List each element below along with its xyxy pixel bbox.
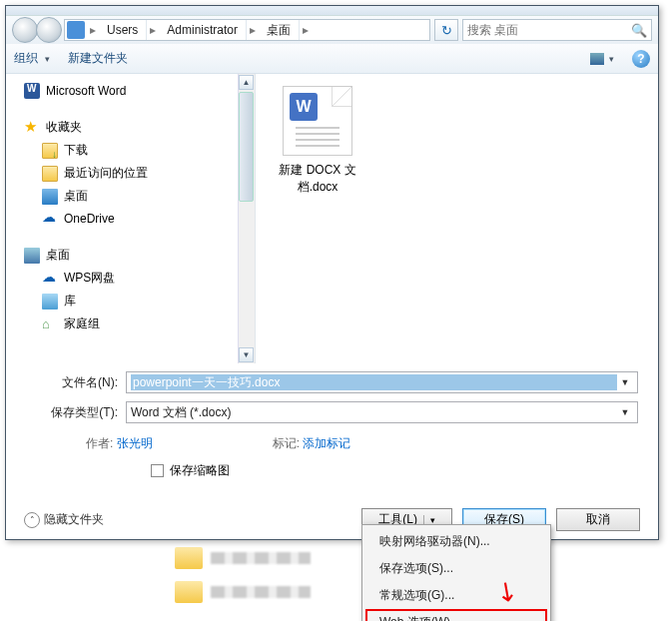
- search-box[interactable]: 🔍: [462, 19, 652, 41]
- author-value[interactable]: 张光明: [117, 436, 153, 450]
- star-icon: ★: [24, 120, 40, 136]
- sidebar-item-favorites[interactable]: ★ 收藏夹: [6, 116, 255, 139]
- hide-folders-button[interactable]: ˄ 隐藏文件夹: [24, 511, 104, 528]
- filetype-label: 保存类型(T):: [26, 404, 126, 421]
- filename-combo[interactable]: ▼: [126, 371, 638, 393]
- cancel-button[interactable]: 取消: [556, 508, 640, 531]
- sidebar-item-library[interactable]: 库: [6, 290, 255, 312]
- tags-value[interactable]: 添加标记: [303, 436, 350, 450]
- breadcrumb-seg-admin[interactable]: Administrator: [159, 20, 247, 40]
- sidebar-label: 收藏夹: [46, 119, 82, 136]
- sidebar-label: 库: [64, 293, 76, 310]
- sidebar-item-desktop2[interactable]: 桌面: [6, 244, 255, 267]
- menu-general-options[interactable]: 常规选项(G)...: [365, 582, 547, 609]
- sidebar-item-desktop[interactable]: 桌面: [6, 185, 255, 208]
- chevron-right-icon: ▸: [247, 23, 259, 37]
- location-icon: [67, 21, 85, 39]
- search-input[interactable]: [467, 23, 631, 37]
- sidebar-label: WPS网盘: [64, 270, 115, 287]
- sidebar-item-homegroup[interactable]: ⌂ 家庭组: [6, 312, 255, 335]
- form-area: 文件名(N): ▼ 保存类型(T): Word 文档 (*.docx) ▼ 作者…: [6, 363, 658, 485]
- breadcrumb-seg-users[interactable]: Users: [99, 20, 147, 40]
- sidebar-item-downloads[interactable]: 下载: [6, 139, 255, 162]
- docx-icon: W: [283, 86, 352, 156]
- cloud-icon: ☁: [42, 271, 58, 287]
- sidebar-item-recent[interactable]: 最近访问的位置: [6, 162, 255, 185]
- homegroup-icon: ⌂: [42, 316, 58, 332]
- download-icon: [42, 143, 58, 159]
- filename-label: 文件名(N):: [26, 374, 126, 391]
- file-item[interactable]: W 新建 DOCX 文档.docx: [268, 86, 367, 196]
- sidebar-item-word[interactable]: Microsoft Word: [6, 80, 255, 102]
- search-icon: 🔍: [631, 23, 647, 38]
- back-button[interactable]: [12, 17, 38, 43]
- menu-save-options[interactable]: 保存选项(S)...: [365, 555, 547, 582]
- sidebar-item-onedrive[interactable]: ☁ OneDrive: [6, 208, 255, 230]
- background-content: [175, 547, 311, 615]
- view-icon: [590, 53, 604, 65]
- word-icon: [24, 83, 40, 99]
- title-bar[interactable]: [6, 6, 658, 16]
- chevron-down-icon[interactable]: ▼: [617, 407, 633, 417]
- sidebar-scrollbar[interactable]: ▲ ▼: [238, 74, 255, 363]
- breadcrumb[interactable]: ▸ Users ▸ Administrator ▸ 桌面 ▸: [64, 19, 430, 41]
- save-thumbnail-checkbox[interactable]: [151, 464, 164, 477]
- recent-icon: [42, 166, 58, 182]
- tags-label: 标记:: [273, 436, 300, 450]
- author-label: 作者:: [86, 436, 113, 450]
- chevron-down-icon[interactable]: ▼: [617, 377, 633, 387]
- file-pane[interactable]: W 新建 DOCX 文档.docx: [256, 74, 658, 363]
- library-icon: [42, 294, 58, 310]
- sidebar-label: 桌面: [64, 188, 88, 205]
- save-thumbnail-label: 保存缩略图: [170, 462, 230, 479]
- chevron-up-icon: ˄: [24, 512, 40, 528]
- tools-dropdown: 映射网络驱动器(N)... 保存选项(S)... 常规选项(G)... Web …: [361, 524, 551, 621]
- sidebar: Microsoft Word ★ 收藏夹 下载 最近访问的位置 桌面 ☁ One: [6, 74, 256, 363]
- nav-bar: ▸ Users ▸ Administrator ▸ 桌面 ▸ ↻ 🔍: [6, 16, 658, 44]
- filetype-value: Word 文档 (*.docx): [131, 404, 617, 421]
- sidebar-label: 最近访问的位置: [64, 165, 148, 182]
- body-area: Microsoft Word ★ 收藏夹 下载 最近访问的位置 桌面 ☁ One: [6, 74, 658, 363]
- button-bar: ˄ 隐藏文件夹 工具(L) 保存(S) 取消: [6, 508, 658, 531]
- sidebar-label: OneDrive: [64, 212, 115, 226]
- toolbar: 组织 新建文件夹 ?: [6, 44, 658, 74]
- sidebar-label: Microsoft Word: [46, 84, 126, 98]
- sidebar-label: 桌面: [46, 247, 70, 264]
- desktop-icon: [42, 189, 58, 205]
- hide-folders-label: 隐藏文件夹: [44, 511, 104, 528]
- sidebar-label: 家庭组: [64, 315, 100, 332]
- scroll-down-icon[interactable]: ▼: [239, 347, 254, 362]
- save-dialog: ▸ Users ▸ Administrator ▸ 桌面 ▸ ↻ 🔍 组织 新建…: [5, 5, 659, 540]
- scroll-thumb[interactable]: [239, 92, 254, 202]
- scroll-up-icon[interactable]: ▲: [239, 75, 254, 90]
- refresh-button[interactable]: ↻: [434, 19, 458, 41]
- chevron-right-icon: ▸: [147, 23, 159, 37]
- organize-button[interactable]: 组织: [14, 50, 50, 67]
- new-folder-button[interactable]: 新建文件夹: [68, 50, 128, 67]
- menu-web-options[interactable]: Web 选项(W)...: [365, 609, 547, 621]
- help-button[interactable]: ?: [632, 50, 650, 68]
- chevron-right-icon: ▸: [300, 23, 312, 37]
- menu-map-drive[interactable]: 映射网络驱动器(N)...: [365, 528, 547, 555]
- filename-input[interactable]: [131, 374, 617, 390]
- monitor-icon: [24, 248, 40, 264]
- file-name: 新建 DOCX 文档.docx: [268, 162, 367, 196]
- sidebar-label: 下载: [64, 142, 88, 159]
- sidebar-item-wps[interactable]: ☁ WPS网盘: [6, 267, 255, 290]
- chevron-right-icon: ▸: [87, 23, 99, 37]
- cloud-icon: ☁: [42, 211, 58, 227]
- view-options-button[interactable]: [590, 53, 614, 65]
- forward-button[interactable]: [36, 17, 62, 43]
- breadcrumb-seg-desktop[interactable]: 桌面: [259, 20, 300, 40]
- filetype-combo[interactable]: Word 文档 (*.docx) ▼: [126, 401, 638, 423]
